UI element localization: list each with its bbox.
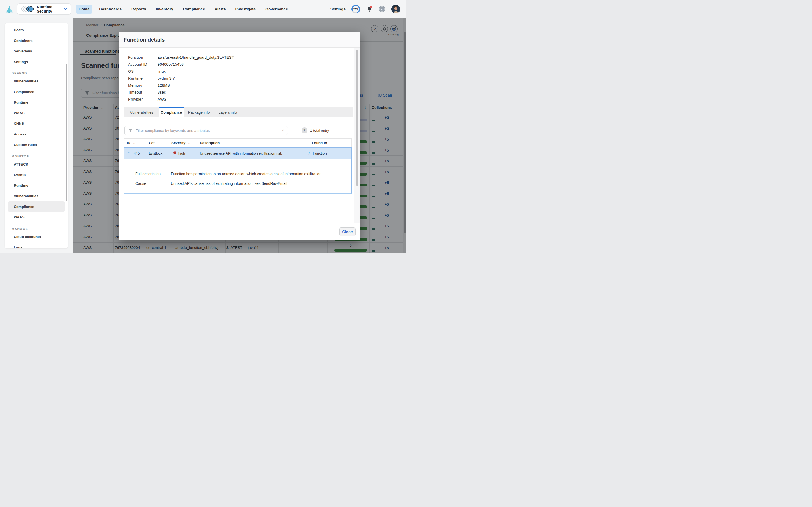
sidebar-item[interactable]: MONITOR bbox=[5, 150, 68, 159]
metadata-row: Memory 128MB bbox=[128, 82, 234, 89]
severity-column-header[interactable]: Severity↓↑ bbox=[171, 141, 190, 145]
modal-tabs: Vulnerabilities Compliance Package info … bbox=[124, 107, 353, 117]
sidebar-item[interactable]: Cloud accounts bbox=[5, 231, 68, 242]
modal-scrollbar-track[interactable] bbox=[354, 48, 360, 223]
nav-item[interactable]: Alerts bbox=[212, 5, 229, 14]
foundin-column-header[interactable]: Found in bbox=[312, 141, 327, 145]
metadata-row: Account ID 904005715458 bbox=[128, 61, 234, 68]
severity-high-dot bbox=[173, 151, 176, 154]
metadata-value: aws/us-east-1/handle_guard_duty:$LATEST bbox=[158, 55, 234, 60]
sidebar-item[interactable]: Runtime bbox=[5, 180, 68, 191]
metadata-label: Runtime bbox=[128, 76, 158, 80]
adoption-progress-ring[interactable]: 78% bbox=[352, 5, 360, 13]
compliance-filter: ✕ bbox=[124, 126, 288, 135]
brand-logo-icon bbox=[5, 5, 14, 14]
nav-right-cluster: Settings 78% AI bbox=[330, 5, 400, 13]
sidebar-item[interactable]: Runtime bbox=[5, 97, 68, 108]
sidebar-item[interactable]: Containers bbox=[5, 36, 68, 46]
notification-badge bbox=[370, 6, 372, 8]
compliance-findings-table: ID↓↑ Cat...↓↑ Severity↓↑ Description Fou… bbox=[124, 138, 352, 194]
product-diamonds-icon bbox=[21, 6, 35, 13]
metadata-row: Provider AWS bbox=[128, 96, 234, 103]
sidebar-item[interactable]: Vulnerabilities bbox=[5, 191, 68, 202]
sidebar-item[interactable]: DEFEND bbox=[5, 67, 68, 76]
sidebar-item[interactable]: Access bbox=[5, 129, 68, 140]
metadata-row: Runtime python3.7 bbox=[128, 75, 234, 82]
nav-item[interactable]: Reports bbox=[129, 5, 149, 14]
cause-text: Unused APIs cause risk of exfiltrating i… bbox=[171, 181, 287, 186]
full-description-text: Function has permission to an unused act… bbox=[171, 172, 322, 176]
settings-link[interactable]: Settings bbox=[330, 7, 346, 11]
close-button[interactable]: Close bbox=[340, 227, 356, 236]
app-window: Runtime Security HomeDashboardsReportsIn… bbox=[0, 0, 406, 253]
nav-item[interactable]: Compliance bbox=[180, 5, 208, 14]
notifications-bell-icon[interactable] bbox=[366, 6, 372, 12]
product-name: Runtime Security bbox=[37, 5, 64, 13]
tab-package-info[interactable]: Package info bbox=[184, 107, 214, 117]
findings-table-header: ID↓↑ Cat...↓↑ Severity↓↑ Description Fou… bbox=[124, 138, 352, 147]
filter-funnel-icon bbox=[129, 129, 133, 132]
function-metadata: Function aws/us-east-1/handle_guard_duty… bbox=[128, 54, 234, 103]
metadata-label: Memory bbox=[128, 83, 158, 88]
tab-layers-info[interactable]: Layers info bbox=[214, 107, 241, 117]
sidebar-item[interactable]: Compliance bbox=[5, 87, 68, 97]
sidebar-item[interactable]: Logs bbox=[5, 242, 68, 249]
modal-header: Function details bbox=[119, 32, 360, 48]
chevron-down-icon bbox=[64, 8, 67, 10]
cause-label: Cause bbox=[135, 181, 146, 186]
metadata-label: OS bbox=[128, 69, 158, 73]
metadata-label: Provider bbox=[128, 97, 158, 101]
full-description-label: Full description bbox=[135, 172, 161, 176]
sidebar-item[interactable]: WAAS bbox=[5, 108, 68, 119]
sidebar-item[interactable]: Custom rules bbox=[5, 139, 68, 150]
table-help-icon[interactable]: ? bbox=[302, 127, 307, 133]
metadata-value: AWS bbox=[158, 97, 166, 101]
metadata-value: 3sec bbox=[158, 90, 166, 95]
compliance-filter-input[interactable] bbox=[136, 128, 278, 133]
metadata-value: 904005715458 bbox=[158, 62, 184, 66]
sidebar-item[interactable]: Serverless bbox=[5, 46, 68, 57]
sidebar-item[interactable]: ATT&CK bbox=[5, 159, 68, 170]
tab-compliance[interactable]: Compliance bbox=[159, 107, 184, 117]
tab-vulnerabilities[interactable]: Vulnerabilities bbox=[124, 107, 159, 117]
nav-item[interactable]: Home bbox=[76, 5, 92, 14]
finding-row-selected[interactable]: ⌃ 445 twistlock high Unused service API … bbox=[124, 148, 352, 159]
cell-category: twistlock bbox=[149, 151, 162, 155]
finding-expanded-details: Full description Function has permission… bbox=[124, 159, 352, 192]
sidebar-item[interactable]: Vulnerabilities bbox=[5, 76, 68, 87]
sidebar-item[interactable]: Compliance bbox=[7, 202, 65, 212]
sidebar: HostsContainersServerlessSettingsDEFENDV… bbox=[5, 23, 68, 249]
user-avatar[interactable] bbox=[392, 5, 400, 13]
collapse-caret-icon[interactable]: ⌃ bbox=[127, 151, 130, 155]
sidebar-item[interactable]: Events bbox=[5, 170, 68, 180]
category-column-header[interactable]: Cat...↓↑ bbox=[149, 141, 162, 145]
cell-finding-id: 445 bbox=[134, 151, 140, 155]
product-switcher[interactable]: Runtime Security bbox=[17, 3, 71, 15]
nav-item[interactable]: Inventory bbox=[153, 5, 176, 14]
id-column-header[interactable]: ID↓↑ bbox=[127, 141, 135, 145]
nav-item[interactable]: Investigate bbox=[232, 5, 259, 14]
modal-title: Function details bbox=[123, 37, 165, 43]
metadata-value: linux bbox=[158, 69, 166, 73]
lambda-function-icon: ƒ bbox=[308, 151, 310, 156]
sidebar-item[interactable]: WAAS bbox=[5, 212, 68, 223]
function-details-modal: Function details Function aws/us-east-1/… bbox=[119, 32, 360, 240]
modal-footer: Close bbox=[119, 223, 360, 240]
ai-copilot-icon[interactable]: AI bbox=[378, 5, 386, 13]
cell-found-in: Function bbox=[313, 151, 327, 155]
nav-item[interactable]: Governance bbox=[262, 5, 291, 14]
sidebar-item[interactable]: Hosts bbox=[5, 25, 68, 36]
nav-item[interactable]: Dashboards bbox=[96, 5, 124, 14]
metadata-row: OS linux bbox=[128, 68, 234, 75]
sidebar-item[interactable]: MANAGE bbox=[5, 223, 68, 231]
modal-scrollbar-thumb[interactable] bbox=[356, 50, 358, 186]
sidebar-item[interactable]: Settings bbox=[5, 57, 68, 67]
description-column-header[interactable]: Description bbox=[200, 141, 220, 145]
sidebar-item[interactable]: CNNS bbox=[5, 118, 68, 129]
metadata-label: Timeout bbox=[128, 90, 158, 95]
cell-severity: high bbox=[178, 151, 185, 155]
clear-filter-icon[interactable]: ✕ bbox=[282, 128, 284, 132]
expanded-finding-container: ⌃ 445 twistlock high Unused service API … bbox=[124, 147, 352, 194]
top-nav: Runtime Security HomeDashboardsReportsIn… bbox=[0, 0, 406, 18]
sidebar-scrollbar[interactable] bbox=[66, 64, 67, 202]
